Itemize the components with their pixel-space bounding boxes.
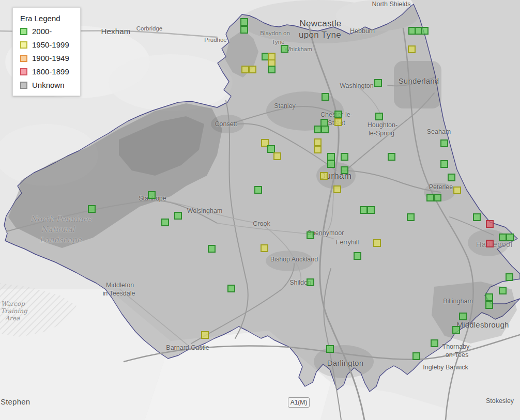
- era-marker[interactable]: [327, 153, 335, 161]
- legend-item-label: 2000-: [32, 27, 52, 35]
- era-marker[interactable]: [208, 245, 216, 253]
- road-badge: A1(M): [288, 397, 310, 408]
- era-marker[interactable]: [431, 339, 438, 347]
- era-marker[interactable]: [453, 186, 461, 194]
- era-marker[interactable]: [373, 239, 381, 247]
- legend-item: 1800-1899: [20, 68, 74, 75]
- legend-item-label: 1900-1949: [32, 54, 69, 62]
- era-marker[interactable]: [281, 45, 288, 53]
- era-marker[interactable]: [314, 138, 322, 146]
- era-marker[interactable]: [499, 234, 507, 241]
- era-marker[interactable]: [261, 244, 268, 252]
- legend-item: 1900-1949: [20, 54, 74, 62]
- era-marker[interactable]: [452, 326, 460, 334]
- era-marker[interactable]: [268, 66, 276, 73]
- era-marker[interactable]: [412, 352, 420, 360]
- era-marker[interactable]: [334, 111, 342, 118]
- era-marker[interactable]: [333, 185, 341, 193]
- era-marker[interactable]: [88, 205, 96, 213]
- era-marker[interactable]: [448, 174, 455, 181]
- era-marker[interactable]: [201, 331, 209, 339]
- legend-item: 1950-1999: [20, 41, 74, 49]
- era-marker[interactable]: [307, 278, 314, 286]
- era-marker[interactable]: [440, 139, 448, 147]
- era-marker[interactable]: [354, 252, 361, 260]
- era-marker[interactable]: [408, 45, 416, 53]
- era-marker[interactable]: [485, 301, 493, 309]
- era-marker[interactable]: [327, 160, 335, 168]
- era-marker[interactable]: [485, 293, 493, 301]
- legend-swatch: [20, 41, 27, 49]
- era-marker[interactable]: [249, 66, 256, 73]
- era-marker[interactable]: [440, 160, 448, 168]
- legend-swatch: [20, 82, 27, 89]
- era-marker[interactable]: [320, 172, 328, 180]
- era-marker[interactable]: [459, 313, 467, 320]
- era-marker[interactable]: [360, 206, 368, 214]
- era-marker[interactable]: [367, 206, 375, 214]
- era-marker[interactable]: [407, 213, 415, 221]
- map-canvas[interactable]: North ShieldsNewcastleupon TyneHexhamCor…: [0, 0, 520, 420]
- era-marker[interactable]: [148, 191, 156, 199]
- legend-item: 2000-: [20, 27, 74, 35]
- era-marker[interactable]: [334, 118, 342, 126]
- legend-items: 2000-1950-19991900-19491800-1899Unknown: [20, 27, 74, 89]
- era-marker[interactable]: [374, 79, 382, 87]
- legend-swatch: [20, 55, 27, 62]
- legend-item-label: 1950-1999: [32, 41, 69, 49]
- era-marker[interactable]: [341, 166, 348, 174]
- era-marker[interactable]: [388, 153, 395, 161]
- era-marker[interactable]: [421, 27, 429, 35]
- era-marker[interactable]: [267, 145, 275, 153]
- legend-title: Era Legend: [20, 14, 74, 23]
- legend-swatch: [20, 28, 27, 35]
- era-marker[interactable]: [254, 186, 262, 194]
- era-marker[interactable]: [499, 287, 507, 294]
- era-marker[interactable]: [426, 194, 434, 201]
- era-marker[interactable]: [321, 126, 329, 133]
- era-marker[interactable]: [161, 219, 169, 226]
- era-marker[interactable]: [375, 113, 383, 120]
- era-marker[interactable]: [241, 66, 249, 73]
- era-marker[interactable]: [240, 26, 248, 34]
- era-marker[interactable]: [307, 231, 314, 239]
- legend-item-label: Unknown: [32, 81, 65, 89]
- era-marker[interactable]: [314, 126, 322, 133]
- era-marker[interactable]: [486, 240, 494, 247]
- legend-item-label: 1800-1899: [32, 68, 69, 75]
- era-marker[interactable]: [174, 212, 182, 220]
- era-marker[interactable]: [240, 18, 248, 26]
- era-marker[interactable]: [506, 273, 513, 281]
- era-marker[interactable]: [227, 285, 235, 292]
- era-marker[interactable]: [473, 213, 481, 221]
- era-marker[interactable]: [322, 93, 329, 101]
- era-marker[interactable]: [506, 234, 514, 241]
- era-marker[interactable]: [486, 220, 494, 228]
- legend-swatch: [20, 68, 27, 75]
- era-marker[interactable]: [314, 146, 322, 153]
- legend-item: Unknown: [20, 81, 74, 89]
- era-marker[interactable]: [341, 153, 348, 161]
- era-marker[interactable]: [434, 194, 441, 201]
- era-marker[interactable]: [273, 152, 281, 160]
- era-legend: Era Legend 2000-1950-19991900-19491800-1…: [12, 7, 81, 96]
- era-marker[interactable]: [326, 345, 334, 353]
